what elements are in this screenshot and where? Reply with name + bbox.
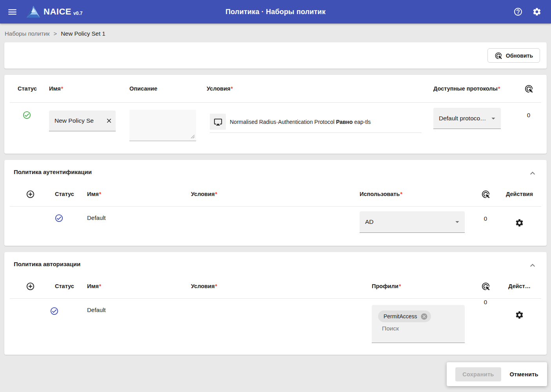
app-bar-right xyxy=(513,7,551,16)
col-header-hits xyxy=(524,84,533,93)
app-bar-left: NAICE v0.7 xyxy=(0,5,82,18)
description-textarea[interactable] xyxy=(129,110,196,141)
hits-click-icon xyxy=(524,84,533,93)
refresh-button[interactable]: Обновить xyxy=(487,48,540,63)
breadcrumb-separator: > xyxy=(53,30,57,37)
col-header-name: Имя* xyxy=(49,85,129,92)
status-ok-icon[interactable] xyxy=(22,111,31,120)
authentication-section-title: Политика аутентификации xyxy=(14,169,92,175)
description-cell xyxy=(129,103,207,141)
breadcrumb-current: New Policy Set 1 xyxy=(61,30,105,37)
policy-set-header-row: Статус Имя* Описание Условия* Доступные … xyxy=(4,75,547,102)
profiles-field[interactable]: PermitAccess xyxy=(372,305,465,343)
breadcrumb: Наборы политик > New Policy Set 1 xyxy=(0,24,551,42)
authorization-section-head: Политика авторизации xyxy=(4,252,547,270)
status-enabled-icon[interactable] xyxy=(50,307,59,316)
condition-text: Normalised Radius·Authentication Protoco… xyxy=(230,119,371,125)
policy-set-card: Статус Имя* Описание Условия* Доступные … xyxy=(4,75,547,154)
condition-row[interactable]: Normalised Radius·Authentication Protoco… xyxy=(210,114,422,133)
add-circle-icon xyxy=(26,282,35,291)
chevron-up-icon xyxy=(528,261,537,270)
hits-click-icon xyxy=(481,282,490,291)
description-field[interactable] xyxy=(129,110,196,141)
use-cell: AD xyxy=(360,207,470,233)
policy-set-hits-count: 0 xyxy=(527,112,530,118)
help-button[interactable] xyxy=(513,7,523,16)
cancel-icon xyxy=(420,313,428,320)
authorization-rule-row: Default PermitAccess 0 xyxy=(4,299,547,355)
col-header-status: Статус xyxy=(45,283,77,289)
collapse-authorization-button[interactable] xyxy=(528,261,537,270)
col-header-hits xyxy=(481,190,490,199)
help-icon xyxy=(513,7,523,16)
authorization-hits-count: 0 xyxy=(484,299,487,305)
remove-profile-button[interactable] xyxy=(420,313,428,320)
profiles-search-input[interactable] xyxy=(378,325,449,332)
cancel-button[interactable]: Отменить xyxy=(510,371,538,377)
rule-name: Default xyxy=(77,307,191,313)
conditions-cell: Normalised Radius·Authentication Protoco… xyxy=(207,103,433,133)
clear-name-button[interactable] xyxy=(105,117,113,124)
authentication-hits-count: 0 xyxy=(484,215,487,222)
col-header-actions: Дейст… xyxy=(508,283,531,289)
brand-name: NAICE xyxy=(44,7,71,17)
close-icon xyxy=(105,117,113,124)
condition-operator: Равно xyxy=(336,119,353,125)
authorization-policy-card: Политика авторизации Статус Имя* Условия… xyxy=(4,252,547,355)
name-cell xyxy=(49,103,129,131)
toolbar-card: Обновить xyxy=(4,42,547,69)
add-authentication-rule-button[interactable] xyxy=(26,190,35,199)
condition-attribute: Normalised Radius·Authentication Protoco… xyxy=(230,119,335,125)
authorization-section-title: Политика авторизации xyxy=(14,261,80,267)
col-header-status: Статус xyxy=(45,191,77,197)
col-header-name: Имя* xyxy=(77,283,191,289)
brand-version: v0.7 xyxy=(73,11,82,16)
col-header-conditions: Условия* xyxy=(207,85,433,92)
status-enabled-icon[interactable] xyxy=(55,214,64,223)
save-button[interactable]: Сохранить xyxy=(455,367,501,381)
rule-name: Default xyxy=(77,214,191,221)
col-header-status: Статус xyxy=(18,85,49,92)
allowed-protocols-select[interactable]: Default protoco… xyxy=(433,108,501,129)
gear-icon xyxy=(532,7,542,16)
col-header-conditions: Условия* xyxy=(191,283,372,289)
page-title: Политика · Наборы политик xyxy=(225,8,326,16)
col-header-use: Использовать* xyxy=(360,191,470,197)
policy-set-name-input[interactable] xyxy=(55,117,105,124)
protocols-cell: Default protoco… xyxy=(433,103,520,129)
authentication-header-row: Статус Имя* Условия* Использовать* Дейст… xyxy=(4,178,547,206)
identity-source-value: AD xyxy=(365,218,453,225)
hamburger-icon xyxy=(7,7,18,17)
policy-set-name-field[interactable] xyxy=(49,111,116,131)
breadcrumb-parent-link[interactable]: Наборы политик xyxy=(5,30,49,37)
authentication-rule-row: Default AD 0 xyxy=(4,207,547,246)
policy-set-row: Normalised Radius·Authentication Protoco… xyxy=(4,103,547,154)
app-root: NAICE v0.7 Политика · Наборы политик Наб… xyxy=(0,0,551,392)
chevron-up-icon xyxy=(528,169,537,178)
settings-button[interactable] xyxy=(532,7,542,16)
footer-actions-card: Сохранить Отменить xyxy=(447,362,547,386)
authorization-header-row: Статус Имя* Условия* Профили* Дейст… xyxy=(4,270,547,298)
hits-click-icon xyxy=(495,52,502,60)
profile-chip[interactable]: PermitAccess xyxy=(378,310,431,322)
condition-value: eap-tls xyxy=(354,119,371,125)
chevron-down-icon xyxy=(489,114,498,123)
menu-button[interactable] xyxy=(7,7,18,17)
rule-actions-button[interactable] xyxy=(515,218,524,227)
app-bar: NAICE v0.7 Политика · Наборы политик xyxy=(0,0,551,24)
chevron-down-icon xyxy=(453,218,462,226)
col-header-hits xyxy=(481,282,490,291)
collapse-authentication-button[interactable] xyxy=(528,169,537,178)
col-header-actions: Действия xyxy=(506,191,533,197)
add-authorization-rule-button[interactable] xyxy=(26,282,35,291)
airplay-icon xyxy=(214,118,222,126)
col-header-protocols: Доступные протоколы* xyxy=(433,85,520,92)
hits-click-icon xyxy=(481,190,490,199)
rule-actions-button[interactable] xyxy=(515,310,524,319)
col-header-name: Имя* xyxy=(77,191,191,197)
col-header-description: Описание xyxy=(129,85,207,92)
allowed-protocols-value: Default protoco… xyxy=(439,115,489,122)
authentication-policy-card: Политика аутентификации Статус Имя* Усло… xyxy=(4,160,547,246)
condition-type-button[interactable] xyxy=(210,114,226,130)
identity-source-select[interactable]: AD xyxy=(360,211,465,233)
